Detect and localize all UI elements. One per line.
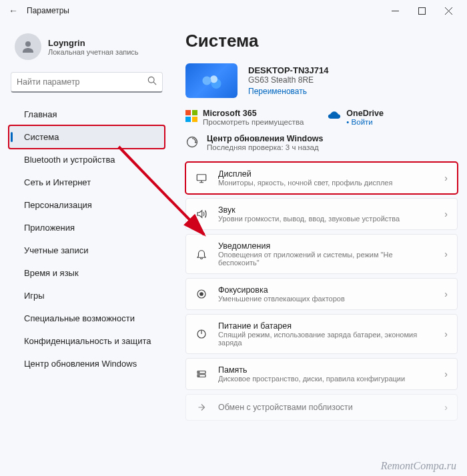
- item-share[interactable]: Обмен с устройствами поблизости ›: [185, 394, 458, 421]
- nav-label: Учетные записи: [24, 245, 88, 255]
- focus-icon: [194, 288, 209, 300]
- user-name: Loyngrin: [48, 38, 139, 48]
- svg-rect-0: [418, 7, 425, 14]
- item-display[interactable]: Дисплей Мониторы, яркость, ночной свет, …: [185, 162, 458, 194]
- chevron-right-icon: ›: [444, 402, 448, 413]
- item-power[interactable]: Питание и батарея Спящий режим, использо…: [185, 314, 458, 354]
- nav-list: Главная Система Bluetooth и устройства С…: [9, 103, 164, 375]
- item-sub: Мониторы, яркость, ночной свет, профиль …: [218, 179, 435, 187]
- nav-home[interactable]: Главная: [9, 103, 164, 125]
- item-sub: Уровни громкости, вывод, ввод, звуковые …: [218, 215, 435, 223]
- onedrive-title: OneDrive: [346, 109, 384, 118]
- nav-personalization[interactable]: Персонализация: [9, 194, 164, 216]
- windows-update-row[interactable]: Центр обновления Windows Последняя прове…: [185, 134, 458, 151]
- device-model: GS63 Stealth 8RE: [248, 75, 328, 85]
- svg-point-2: [148, 77, 154, 83]
- onedrive-icon: [328, 109, 341, 125]
- item-focus[interactable]: Фокусировка Уменьшение отвлекающих факто…: [185, 278, 458, 310]
- item-title: Фокусировка: [218, 285, 435, 295]
- back-button[interactable]: ←: [5, 5, 21, 16]
- storage-icon: [194, 368, 209, 380]
- display-icon: [194, 172, 209, 184]
- sound-icon: [194, 208, 209, 220]
- user-account-block[interactable]: Loyngrin Локальная учетная запись: [9, 29, 164, 69]
- maximize-button[interactable]: [408, 1, 435, 20]
- user-subtitle: Локальная учетная запись: [48, 48, 139, 56]
- onedrive-signin-link[interactable]: Войти: [346, 118, 384, 126]
- nav-accounts[interactable]: Учетные записи: [9, 239, 164, 261]
- nav-accessibility[interactable]: Специальные возможности: [9, 307, 164, 329]
- nav-label: Система: [24, 132, 59, 142]
- nav-label: Персонализация: [24, 200, 92, 210]
- item-storage[interactable]: Память Дисковое пространство, диски, пра…: [185, 358, 458, 390]
- nav-label: Bluetooth и устройства: [24, 155, 115, 165]
- sidebar: Loyngrin Локальная учетная запись Главна…: [0, 21, 171, 476]
- nav-label: Центр обновления Windows: [24, 359, 137, 369]
- microsoft-icon: [185, 110, 197, 122]
- settings-list: Дисплей Мониторы, яркость, ночной свет, …: [185, 162, 458, 421]
- nav-network[interactable]: Сеть и Интернет: [9, 171, 164, 193]
- watermark: RemontCompa.ru: [381, 460, 456, 472]
- chevron-right-icon: ›: [444, 209, 448, 219]
- item-notifications[interactable]: Уведомления Оповещения от приложений и с…: [185, 234, 458, 274]
- nav-label: Конфиденциальность и защита: [24, 336, 151, 346]
- wu-title: Центр обновления Windows: [207, 134, 324, 143]
- item-sound[interactable]: Звук Уровни громкости, вывод, ввод, звук…: [185, 198, 458, 230]
- nav-label: Сеть и Интернет: [24, 177, 91, 187]
- chevron-right-icon: ›: [444, 329, 448, 339]
- chevron-right-icon: ›: [444, 289, 448, 299]
- nav-system[interactable]: Система: [9, 126, 164, 148]
- item-title: Звук: [218, 205, 435, 215]
- update-icon: [185, 135, 200, 151]
- avatar-icon: [15, 33, 41, 60]
- svg-rect-4: [197, 175, 206, 181]
- nav-apps[interactable]: Приложения: [9, 217, 164, 239]
- nav-bluetooth[interactable]: Bluetooth и устройства: [9, 149, 164, 171]
- chevron-right-icon: ›: [444, 249, 448, 259]
- chevron-right-icon: ›: [444, 369, 448, 379]
- minimize-button[interactable]: [382, 1, 408, 20]
- svg-point-6: [200, 293, 203, 296]
- item-sub: Оповещения от приложений и системы, режи…: [218, 251, 435, 267]
- page-heading: Система: [185, 31, 458, 51]
- svg-point-11: [199, 375, 199, 376]
- item-sub: Дисковое пространство, диски, правила ко…: [218, 375, 435, 383]
- item-title: Дисплей: [218, 169, 435, 179]
- microsoft365-cell[interactable]: Microsoft 365 Просмотреть преимущества: [185, 109, 304, 126]
- nav-label: Специальные возможности: [24, 313, 135, 323]
- titlebar: ← Параметры: [0, 0, 467, 21]
- power-icon: [194, 328, 209, 340]
- svg-point-1: [25, 41, 31, 47]
- nav-windows-update[interactable]: Центр обновления Windows: [9, 353, 164, 375]
- nav-label: Главная: [24, 109, 57, 119]
- nav-gaming[interactable]: Игры: [9, 285, 164, 307]
- search-box[interactable]: [11, 72, 163, 93]
- item-sub: Уменьшение отвлекающих факторов: [218, 295, 435, 303]
- item-title: Память: [218, 365, 435, 375]
- close-button[interactable]: [435, 1, 462, 20]
- nav-label: Время и язык: [24, 268, 79, 278]
- ms365-sub: Просмотреть преимущества: [203, 118, 304, 126]
- device-info-row: DESKTOP-TN3J714 GS63 Stealth 8RE Переиме…: [185, 63, 458, 98]
- wu-sub: Последняя проверка: 3 ч назад: [207, 143, 324, 151]
- item-title: Питание и батарея: [218, 321, 435, 331]
- item-title: Обмен с устройствами поблизости: [218, 403, 435, 412]
- item-sub: Спящий режим, использование заряда батар…: [218, 331, 435, 347]
- nav-privacy[interactable]: Конфиденциальность и защита: [9, 330, 164, 352]
- search-icon: [147, 76, 157, 88]
- bell-icon: [194, 248, 209, 260]
- nav-time-language[interactable]: Время и язык: [9, 262, 164, 284]
- nav-label: Игры: [24, 291, 45, 301]
- window-title: Параметры: [27, 6, 69, 15]
- chevron-right-icon: ›: [444, 173, 448, 183]
- svg-point-10: [199, 372, 199, 373]
- wallpaper-thumbnail: [185, 63, 238, 98]
- nav-label: Приложения: [24, 223, 75, 233]
- main-content: Система DESKTOP-TN3J714 GS63 Stealth 8RE…: [171, 21, 467, 476]
- item-title: Уведомления: [218, 241, 435, 251]
- device-name: DESKTOP-TN3J714: [248, 65, 328, 75]
- onedrive-cell[interactable]: OneDrive Войти: [328, 109, 384, 126]
- search-input[interactable]: [17, 77, 147, 87]
- share-icon: [194, 401, 209, 413]
- rename-link[interactable]: Переименовать: [248, 87, 307, 96]
